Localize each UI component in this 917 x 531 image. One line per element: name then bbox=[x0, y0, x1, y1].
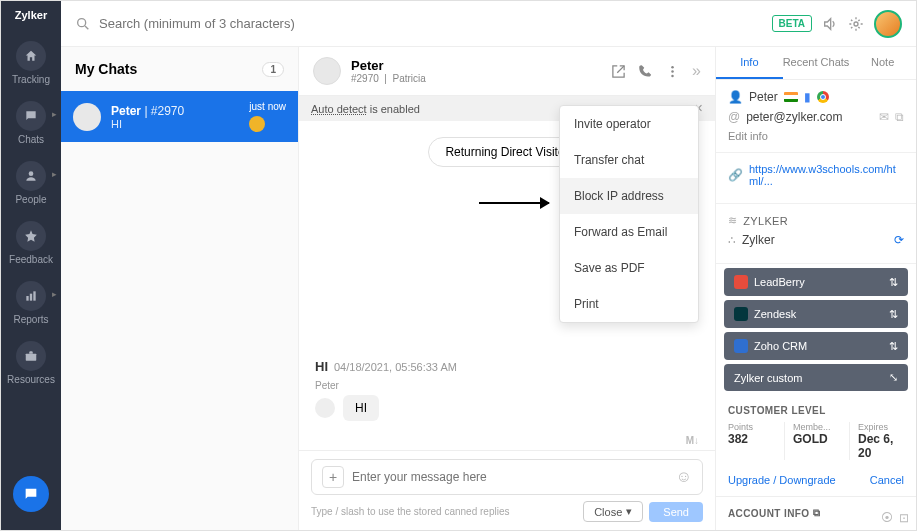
integration-zohocrm[interactable]: Zoho CRM⇅ bbox=[724, 332, 908, 360]
svg-rect-3 bbox=[33, 291, 35, 300]
org-dot-icon: ∴ bbox=[728, 233, 736, 247]
info-name: Peter bbox=[749, 90, 778, 104]
user-avatar[interactable] bbox=[874, 10, 902, 38]
my-chats-title: My Chats bbox=[75, 61, 137, 77]
search-input[interactable] bbox=[99, 16, 399, 31]
more-menu: Invite operator Transfer chat Block IP a… bbox=[559, 105, 699, 323]
external-link-icon: ⧉ bbox=[813, 507, 820, 519]
customer-level-heading: CUSTOMER LEVEL bbox=[716, 395, 916, 422]
updown-icon: ⇅ bbox=[889, 340, 898, 353]
menu-block-ip[interactable]: Block IP address bbox=[560, 178, 698, 214]
mail-icon[interactable]: ✉ bbox=[879, 110, 889, 124]
nav-resources[interactable]: Resources bbox=[1, 341, 61, 385]
chevron-down-icon: ▾ bbox=[626, 505, 632, 518]
integration-zylker[interactable]: Zylker custom⤡ bbox=[724, 364, 908, 391]
share-icon[interactable] bbox=[611, 64, 626, 79]
page-url-link[interactable]: https://www.w3schools.com/html/... bbox=[749, 163, 904, 187]
sound-icon[interactable] bbox=[822, 16, 838, 32]
refresh-icon[interactable]: ⟳ bbox=[894, 233, 904, 247]
person-icon: 👤 bbox=[728, 90, 743, 104]
phone-icon[interactable] bbox=[638, 64, 653, 79]
nav-tracking[interactable]: Tracking bbox=[1, 41, 61, 85]
svg-rect-2 bbox=[30, 294, 32, 301]
message-bubble: HI bbox=[343, 395, 379, 421]
home-icon bbox=[16, 41, 46, 71]
send-button[interactable]: Send bbox=[649, 502, 703, 522]
edit-info-link[interactable]: Edit info bbox=[728, 130, 904, 142]
menu-save-pdf[interactable]: Save as PDF bbox=[560, 250, 698, 286]
cancel-link[interactable]: Cancel bbox=[870, 474, 904, 486]
beta-badge: BETA bbox=[772, 15, 812, 32]
updown-icon: ⇅ bbox=[889, 308, 898, 321]
bar-chart-icon bbox=[16, 281, 46, 311]
member-value: GOLD bbox=[793, 432, 839, 446]
top-bar: BETA bbox=[61, 1, 916, 47]
points-value: 382 bbox=[728, 432, 774, 446]
message-timestamp: HI04/18/2021, 05:56:33 AM bbox=[315, 359, 699, 374]
chat-bubble-icon bbox=[23, 486, 39, 502]
left-nav: Zylker Tracking Chats People Feedback Re… bbox=[1, 1, 61, 530]
integration-zendesk[interactable]: Zendesk⇅ bbox=[724, 300, 908, 328]
menu-print[interactable]: Print bbox=[560, 286, 698, 322]
pointer-arrow-icon bbox=[479, 202, 549, 204]
star-icon bbox=[16, 221, 46, 251]
status-dot-icon bbox=[249, 116, 265, 132]
attach-button[interactable]: + bbox=[322, 466, 344, 488]
more-icon[interactable] bbox=[665, 64, 680, 79]
svg-point-0 bbox=[29, 171, 34, 176]
chat-icon bbox=[16, 101, 46, 131]
search-icon bbox=[75, 16, 91, 32]
visitor-avatar bbox=[73, 103, 101, 131]
chat-header-avatar bbox=[313, 57, 341, 85]
link-icon: 🔗 bbox=[728, 168, 743, 182]
building-icon: ≋ bbox=[728, 214, 737, 227]
close-chat-button[interactable]: Close ▾ bbox=[583, 501, 643, 522]
nav-reports[interactable]: Reports bbox=[1, 281, 61, 325]
flag-india-icon bbox=[784, 92, 798, 102]
my-chats-panel: My Chats 1 Peter | #2970 HI just now bbox=[61, 47, 299, 530]
integration-leadberry[interactable]: LeadBerry⇅ bbox=[724, 268, 908, 296]
svg-point-8 bbox=[671, 70, 674, 73]
chrome-icon bbox=[817, 91, 829, 103]
expires-value: Dec 6, 20 bbox=[858, 432, 904, 460]
info-email: peter@zylker.com bbox=[746, 110, 842, 124]
org-label: ZYLKER bbox=[743, 215, 788, 227]
svg-rect-1 bbox=[26, 296, 28, 301]
chat-small-icon[interactable]: ⊡ bbox=[899, 511, 909, 525]
person-icon bbox=[16, 161, 46, 191]
chat-header-name: Peter bbox=[351, 58, 426, 73]
at-icon: @ bbox=[728, 110, 740, 124]
nav-feedback[interactable]: Feedback bbox=[1, 221, 61, 265]
markdown-icon: M↓ bbox=[686, 435, 699, 446]
logo: Zylker bbox=[15, 9, 47, 21]
chat-header: Peter #2970 | Patricia » bbox=[299, 47, 715, 96]
svg-point-6 bbox=[854, 22, 858, 26]
svg-point-7 bbox=[671, 65, 674, 68]
menu-transfer-chat[interactable]: Transfer chat bbox=[560, 142, 698, 178]
menu-forward-email[interactable]: Forward as Email bbox=[560, 214, 698, 250]
expand-icon[interactable]: » bbox=[692, 62, 701, 80]
tab-recent-chats[interactable]: Recent Chats bbox=[783, 47, 850, 79]
chat-list-item[interactable]: Peter | #2970 HI just now bbox=[61, 91, 298, 142]
new-chat-fab[interactable] bbox=[13, 476, 49, 512]
chat-time: just now bbox=[249, 101, 286, 112]
message-input[interactable] bbox=[352, 470, 668, 484]
menu-invite-operator[interactable]: Invite operator bbox=[560, 106, 698, 142]
tab-info[interactable]: Info bbox=[716, 47, 783, 79]
emoji-icon[interactable]: ☺ bbox=[676, 468, 692, 486]
svg-point-5 bbox=[78, 18, 86, 26]
updown-icon: ⇅ bbox=[889, 276, 898, 289]
people-icon[interactable]: ⦿ bbox=[881, 511, 893, 525]
upgrade-link[interactable]: Upgrade / Downgrade bbox=[728, 474, 836, 486]
svg-point-9 bbox=[671, 74, 674, 77]
tab-note[interactable]: Note bbox=[849, 47, 916, 79]
compose-hint: Type / slash to use the stored canned re… bbox=[311, 506, 509, 517]
copy-icon[interactable]: ⧉ bbox=[895, 110, 904, 124]
os-icon: ▮ bbox=[804, 90, 811, 104]
message-avatar-icon bbox=[315, 398, 335, 418]
composer: + ☺ Type / slash to use the stored canne… bbox=[299, 450, 715, 530]
nav-people[interactable]: People bbox=[1, 161, 61, 205]
nav-chats[interactable]: Chats bbox=[1, 101, 61, 145]
svg-rect-4 bbox=[26, 354, 37, 361]
gear-icon[interactable] bbox=[848, 16, 864, 32]
